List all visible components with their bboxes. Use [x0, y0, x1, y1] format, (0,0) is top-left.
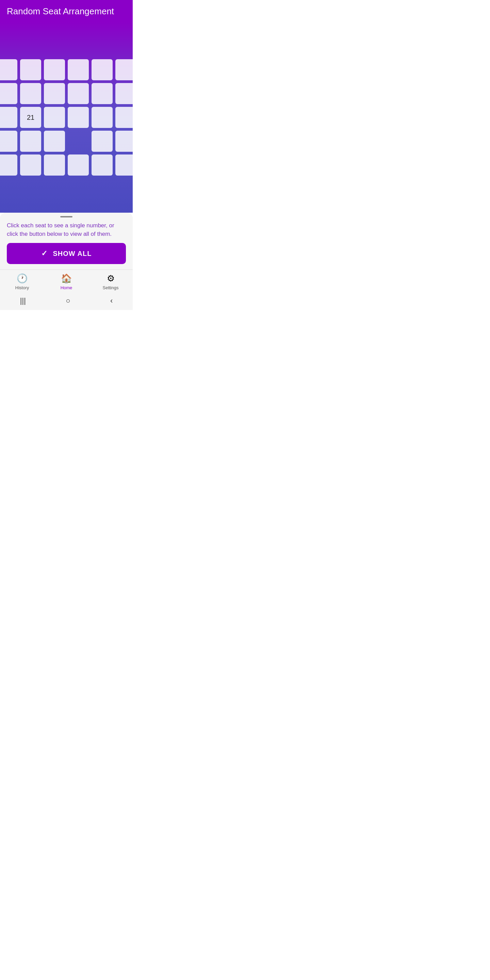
- nav-item-history[interactable]: 🕐 History: [0, 273, 44, 290]
- seat-area: 21: [0, 22, 133, 213]
- recent-apps-button[interactable]: |||: [20, 296, 26, 305]
- seat[interactable]: [20, 83, 41, 104]
- seat[interactable]: [0, 130, 18, 152]
- seat[interactable]: [44, 130, 65, 152]
- seat[interactable]: [0, 83, 18, 104]
- seat[interactable]: [68, 107, 89, 128]
- history-icon: 🕐: [17, 273, 27, 284]
- seat[interactable]: [115, 130, 133, 152]
- system-bar: ||| ○ ‹: [0, 293, 133, 310]
- bottom-nav: 🕐 History 🏠 Home ⚙ Settings: [0, 269, 133, 293]
- seat[interactable]: [44, 107, 65, 128]
- seat[interactable]: [20, 59, 41, 80]
- seat[interactable]: 21: [20, 107, 41, 128]
- seat[interactable]: [92, 154, 113, 176]
- app-header: Random Seat Arrangement: [0, 0, 133, 22]
- seat[interactable]: [92, 59, 113, 80]
- seat[interactable]: [92, 130, 113, 152]
- seat[interactable]: [68, 154, 89, 176]
- seat[interactable]: [44, 154, 65, 176]
- seat[interactable]: [0, 59, 18, 80]
- bottom-sheet: Click each seat to see a single number, …: [0, 213, 133, 269]
- seat[interactable]: [0, 154, 18, 176]
- nav-label-history: History: [15, 285, 29, 290]
- seat[interactable]: [44, 83, 65, 104]
- seat[interactable]: [0, 107, 18, 128]
- seat[interactable]: [115, 107, 133, 128]
- seat[interactable]: [115, 59, 133, 80]
- seat[interactable]: [92, 83, 113, 104]
- nav-label-home: Home: [60, 285, 73, 290]
- nav-label-settings: Settings: [103, 285, 119, 290]
- seat[interactable]: [115, 154, 133, 176]
- checkmark-icon: ✓: [41, 249, 48, 258]
- seat[interactable]: [44, 59, 65, 80]
- seat[interactable]: [20, 154, 41, 176]
- home-icon: 🏠: [61, 273, 72, 284]
- drag-handle[interactable]: [7, 216, 126, 218]
- seat[interactable]: [92, 107, 113, 128]
- seat[interactable]: [68, 83, 89, 104]
- nav-item-home[interactable]: 🏠 Home: [44, 273, 89, 290]
- show-all-label: SHOW ALL: [53, 250, 92, 258]
- instruction-text: Click each seat to see a single number, …: [7, 221, 126, 238]
- home-button[interactable]: ○: [66, 296, 70, 305]
- nav-item-settings[interactable]: ⚙ Settings: [89, 273, 133, 290]
- page-title: Random Seat Arrangement: [7, 6, 126, 17]
- seat-grid: 21: [0, 59, 133, 176]
- settings-icon: ⚙: [107, 273, 115, 284]
- seat[interactable]: [68, 59, 89, 80]
- seat[interactable]: [20, 130, 41, 152]
- seat[interactable]: [115, 83, 133, 104]
- drag-handle-bar: [60, 216, 73, 218]
- back-button[interactable]: ‹: [110, 296, 113, 305]
- show-all-button[interactable]: ✓ SHOW ALL: [7, 243, 126, 264]
